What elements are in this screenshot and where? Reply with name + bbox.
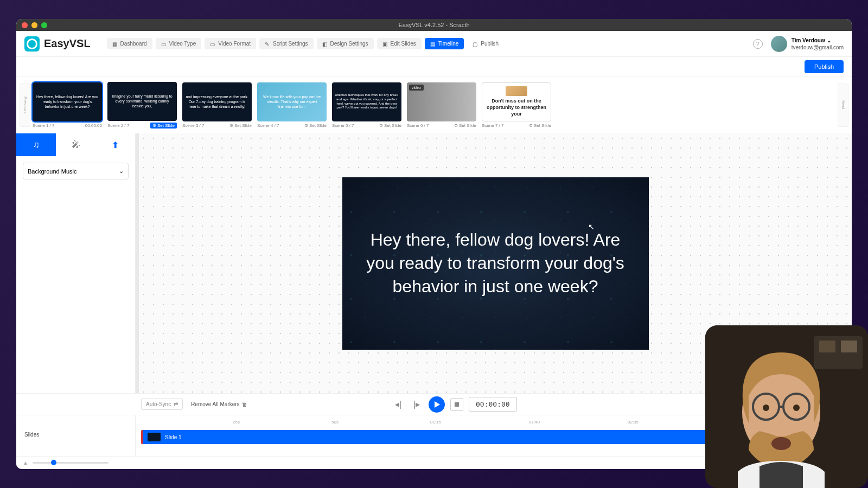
sidebar-tab-music[interactable]: ♫ [16, 133, 56, 156]
scene-label: Scene 1 / 7 [33, 123, 54, 128]
presenter-face-icon [705, 325, 868, 488]
gear-icon: ⚙ [229, 123, 233, 128]
scene-card-3[interactable]: and impressing everyone at the park. Our… [182, 82, 252, 128]
traffic-lights [22, 22, 47, 28]
background-music-select[interactable]: Background Music ⌄ [23, 163, 129, 179]
track-thumbnail-icon [148, 433, 161, 441]
timeline-label: Slides [16, 415, 136, 456]
help-button[interactable]: ? [753, 39, 763, 49]
user-menu[interactable]: Tim Verdouw ⌄ tverdouw@gmail.com [771, 36, 844, 52]
publish-icon: ▢ [473, 41, 478, 47]
scene-strip: Previous Hey there, fellow dog lovers! A… [16, 76, 852, 133]
set-slide-button[interactable]: ⚙Set Slide [454, 123, 476, 128]
gear-icon: ⚙ [379, 123, 383, 128]
scene-card-6[interactable]: video Scene 6 / 7 ⚙Set Slide [407, 82, 476, 128]
timecode-display: 00:00:00 [469, 397, 517, 412]
sync-icon: ⇄ [174, 401, 178, 407]
remove-markers-button[interactable]: Remove All Markers 🗑︎ [191, 401, 247, 407]
logo-icon [24, 36, 40, 52]
set-slide-button[interactable]: ⚙Set Slide [304, 123, 327, 128]
scene-card-2[interactable]: Imagine your furry friend listening to e… [107, 82, 177, 129]
scene-time: 00:00:00 [85, 123, 102, 128]
chevron-down-icon: ⌄ [827, 37, 831, 43]
scene-thumbnail[interactable]: Don't miss out on the opportunity to str… [482, 82, 551, 121]
dog-image-icon [506, 86, 527, 97]
preview-text: Hey there, fellow dog lovers! Are you re… [364, 228, 627, 299]
set-slide-button[interactable]: ⚙Set Slide [529, 123, 551, 128]
publish-button[interactable]: Publish [805, 60, 844, 73]
zoom-handle[interactable] [51, 460, 56, 465]
scene-label: Scene 5 / 7 [332, 123, 354, 128]
film-icon: ▭ [161, 41, 167, 47]
design-icon: ◧ [322, 41, 328, 47]
slides-icon: ▣ [382, 41, 388, 47]
breadcrumb-video-type[interactable]: ▭Video Type [156, 38, 202, 49]
window-title: EasyVSL v4.2.52 - Scracth [398, 22, 469, 28]
gear-icon: ⚙ [152, 123, 156, 128]
play-button[interactable] [429, 396, 445, 413]
gear-icon: ⚙ [454, 123, 458, 128]
zoom-out-icon[interactable]: ▲ [23, 460, 28, 466]
titlebar: EasyVSL v4.2.52 - Scracth [16, 19, 852, 31]
step-forward-button[interactable]: |▸ [410, 398, 423, 411]
scene-label: Scene 7 / 7 [482, 123, 503, 128]
music-note-icon: ♫ [33, 140, 40, 150]
breadcrumb-nav: ▦Dashboard ▭Video Type ▭Video Format ✎Sc… [107, 38, 504, 49]
step-back-button[interactable]: ◂| [392, 398, 405, 411]
sidebar: ♫ 🎤︎ ⬆ Background Music ⌄ [16, 133, 136, 393]
scene-label: Scene 2 / 7 [107, 123, 129, 128]
minimize-window-button[interactable] [31, 22, 37, 28]
scene-card-7[interactable]: Don't miss out on the opportunity to str… [482, 82, 551, 128]
header: EasyVSL ▦Dashboard ▭Video Type ▭Video Fo… [16, 31, 852, 57]
strip-previous-button[interactable]: Previous [20, 84, 30, 127]
scene-label: Scene 3 / 7 [182, 123, 204, 128]
svg-point-10 [771, 437, 791, 450]
scene-thumbnail[interactable]: and impressing everyone at the park. Our… [182, 82, 252, 121]
format-icon: ▭ [210, 41, 215, 47]
set-slide-button[interactable]: ⚙Set Slide [229, 123, 252, 128]
scene-thumbnail[interactable]: video [407, 82, 476, 121]
webcam-overlay [705, 325, 868, 488]
user-email: tverdouw@gmail.com [792, 44, 844, 51]
timeline-icon: ▤ [430, 41, 436, 47]
strip-next-button[interactable]: Next [838, 84, 848, 127]
logo-text: EasyVSL [44, 37, 91, 50]
set-slide-button[interactable]: ⚙Set Slide [150, 123, 177, 129]
scene-thumbnail[interactable]: effective techniques that work for any b… [332, 82, 401, 121]
scene-thumbnail[interactable]: We know life with your pup can be chaoti… [257, 82, 327, 121]
sidebar-content: Background Music ⌄ [16, 156, 135, 186]
svg-rect-2 [819, 341, 835, 352]
maximize-window-button[interactable] [41, 22, 47, 28]
grid-icon: ▦ [112, 41, 118, 47]
stop-button[interactable] [450, 398, 463, 411]
scene-card-4[interactable]: We know life with your pup can be chaoti… [257, 82, 327, 128]
breadcrumb-timeline[interactable]: ▤Timeline [425, 38, 464, 49]
playback-controls: ◂| |▸ 00:00:00 [392, 396, 517, 413]
breadcrumb-video-format[interactable]: ▭Video Format [205, 38, 256, 49]
chevron-down-icon: ⌄ [119, 168, 124, 175]
gear-icon: ⚙ [304, 123, 308, 128]
scene-card-5[interactable]: effective techniques that work for any b… [332, 82, 401, 128]
auto-sync-button[interactable]: Auto-Sync ⇄ [141, 399, 183, 410]
track-label: Slide 1 [165, 434, 182, 440]
breadcrumb-edit-slides[interactable]: ▣Edit Slides [377, 38, 422, 49]
app-logo: EasyVSL [24, 36, 91, 52]
breadcrumb-design-settings[interactable]: ◧Design Settings [317, 38, 374, 49]
scene-label: Scene 4 / 7 [257, 123, 279, 128]
sidebar-tabs: ♫ 🎤︎ ⬆ [16, 133, 135, 156]
sidebar-tab-upload[interactable]: ⬆ [95, 133, 135, 156]
scene-card-1[interactable]: Hey there, fellow dog lovers! Are you re… [33, 82, 102, 128]
close-window-button[interactable] [22, 22, 28, 28]
scene-label: Scene 6 / 7 [407, 123, 429, 128]
set-slide-button[interactable]: ⚙Set Slide [379, 123, 401, 128]
breadcrumb-publish[interactable]: ▢Publish [467, 38, 504, 49]
trash-icon: 🗑︎ [242, 401, 247, 407]
preview-slide[interactable]: Hey there, fellow dog lovers! Are you re… [342, 177, 649, 350]
breadcrumb-script-settings[interactable]: ✎Script Settings [259, 38, 313, 49]
scene-thumbnail[interactable]: Hey there, fellow dog lovers! Are you re… [33, 82, 102, 121]
zoom-slider[interactable] [33, 462, 108, 464]
sidebar-tab-voice[interactable]: 🎤︎ [56, 133, 95, 156]
scene-thumbnail[interactable]: Imagine your furry friend listening to e… [107, 82, 177, 121]
upload-icon: ⬆ [112, 140, 119, 150]
breadcrumb-dashboard[interactable]: ▦Dashboard [107, 38, 152, 49]
